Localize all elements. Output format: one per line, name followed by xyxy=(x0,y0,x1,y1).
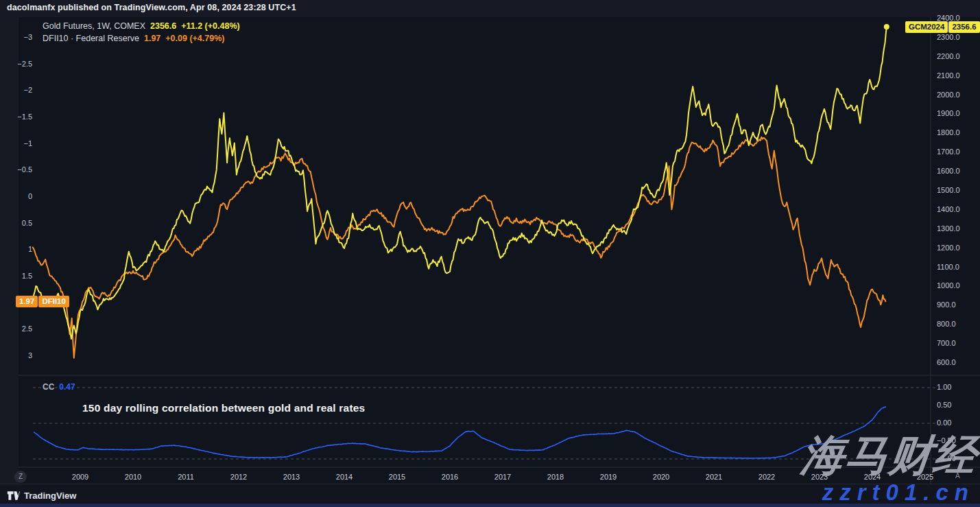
right-axis-tick: 1200.0 xyxy=(937,244,960,252)
dfii10-line-series[interactable] xyxy=(33,137,886,358)
watermark-domain: zzrt01.cn xyxy=(822,480,975,506)
dfii-ticker-badge: DFII10 xyxy=(38,296,69,307)
left-axis-tick: −2 xyxy=(0,86,32,94)
right-axis-tick: 1400.0 xyxy=(937,205,960,213)
left-axis-tick: 3 xyxy=(0,351,32,359)
time-axis-year-label: 2009 xyxy=(72,473,88,481)
legend-row-dfii[interactable]: DFII10 · Federal Reserve 1.97 +0.09 (+4.… xyxy=(43,32,240,45)
cc-axis-tick: 0.00 xyxy=(937,418,951,427)
left-axis-tick: 0 xyxy=(0,192,32,200)
dfii-series-name: DFII10 · Federal Reserve xyxy=(43,34,139,43)
left-axis-tick: −0.5 xyxy=(0,165,32,174)
left-axis-tick: −1.5 xyxy=(0,113,32,121)
cc-indicator-legend[interactable]: CC0.47 xyxy=(43,382,75,392)
time-axis-year-label: 2014 xyxy=(336,473,352,481)
tradingview-snapshot: dacolmanfx published on TradingView.com,… xyxy=(0,0,980,507)
right-axis-tick: 2000.0 xyxy=(937,91,960,99)
right-axis-tick: 1900.0 xyxy=(937,109,960,117)
right-axis-tick: 2300.0 xyxy=(937,33,960,41)
left-axis-tick: 2.5 xyxy=(0,325,32,333)
right-axis-tick: 1600.0 xyxy=(937,167,960,175)
time-axis-year-label: 2018 xyxy=(547,473,564,481)
right-axis-tick: 1800.0 xyxy=(937,128,960,137)
time-axis-year-label: 2017 xyxy=(494,473,511,481)
cc-axis-tick: 1.00 xyxy=(937,383,951,391)
time-axis-year-label: 2021 xyxy=(706,473,722,481)
cc-indicator-name: CC xyxy=(43,382,54,392)
time-axis-year-label: 2016 xyxy=(442,473,458,481)
gold-series-value: 2356.6 xyxy=(150,21,176,31)
right-axis-tick: 900.0 xyxy=(937,300,956,309)
legend-row-gold[interactable]: Gold Futures, 1W, COMEX 2356.6 +11.2 (+0… xyxy=(43,20,240,32)
left-axis-tick: −3 xyxy=(0,33,32,41)
cc-axis-tick: 0.50 xyxy=(937,401,951,409)
gold-ticker-badge: GCM2024 xyxy=(905,21,948,33)
main-legend: Gold Futures, 1W, COMEX 2356.6 +11.2 (+0… xyxy=(43,20,240,45)
gold-series-change: +11.2 (+0.48%) xyxy=(181,21,239,31)
right-axis-tick: 800.0 xyxy=(937,320,956,328)
time-axis-year-label: 2019 xyxy=(600,473,617,481)
timezone-button[interactable]: Z xyxy=(14,471,27,483)
gold-last-price-label: GCM2024 2356.6 xyxy=(905,21,980,33)
dfii-series-change: +0.09 (+4.79%) xyxy=(165,34,224,43)
right-axis-tick: 700.0 xyxy=(937,339,956,347)
right-axis-tick: 600.0 xyxy=(937,358,956,366)
time-axis-year-label: 2013 xyxy=(283,473,300,481)
right-axis-tick: 1700.0 xyxy=(937,148,960,156)
left-axis-tick: 1 xyxy=(0,245,32,253)
time-axis-year-label: 2011 xyxy=(178,473,194,481)
time-axis-year-label: 2022 xyxy=(758,473,775,481)
gold-last-point-marker xyxy=(884,24,889,30)
dfii-value-badge: 1.97 xyxy=(16,296,38,307)
gold-price-badge: 2356.6 xyxy=(948,21,979,33)
tradingview-logo-icon xyxy=(7,490,20,502)
gold-series-name: Gold Futures, 1W, COMEX xyxy=(43,21,145,31)
right-axis-tick: 1100.0 xyxy=(937,263,959,271)
right-axis-tick: 2200.0 xyxy=(937,52,960,60)
watermark-cjk: 海马财经 xyxy=(799,427,980,484)
left-axis-tick: 0.5 xyxy=(0,219,32,227)
time-axis-year-label: 2012 xyxy=(230,473,247,481)
time-axis-year-label: 2010 xyxy=(125,473,141,481)
time-axis-year-label: 2015 xyxy=(389,473,405,481)
right-axis-tick: 1500.0 xyxy=(937,186,960,194)
time-axis-year-label: 2020 xyxy=(653,473,669,481)
cc-indicator-value: 0.47 xyxy=(59,382,75,392)
dfii-last-value-label: 1.97 DFII10 xyxy=(15,296,69,307)
right-axis-tick: 1300.0 xyxy=(937,224,960,233)
gold-line-series[interactable] xyxy=(33,27,887,339)
left-axis-tick: −1 xyxy=(0,139,32,148)
right-axis-tick: 2100.0 xyxy=(937,71,960,80)
right-axis-tick: 1000.0 xyxy=(937,281,960,290)
dfii-series-value: 1.97 xyxy=(144,34,160,43)
correlation-annotation: 150 day rolling correlation between gold… xyxy=(82,402,365,414)
left-axis-tick: 1.5 xyxy=(0,272,32,280)
tradingview-brand[interactable]: TradingView xyxy=(7,490,76,502)
tradingview-brand-label: TradingView xyxy=(24,491,76,501)
left-axis-tick: −2.5 xyxy=(0,60,32,68)
